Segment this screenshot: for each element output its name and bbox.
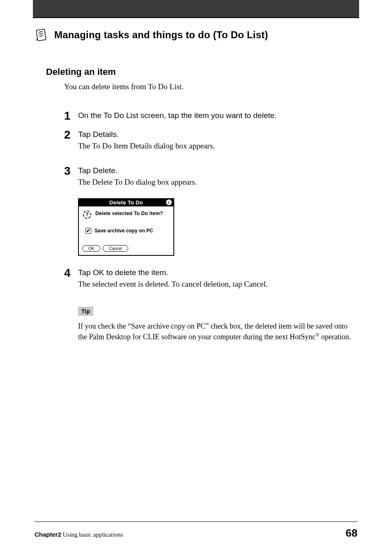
registered-mark: ® (316, 332, 319, 338)
step-description: The selected event is deleted. To cancel… (78, 280, 357, 289)
tip-text: If you check the “Save archive copy on P… (78, 321, 357, 342)
footer-row: Chapter2 Using basic applications 68 (35, 527, 357, 540)
tip-text-after: operation. (319, 333, 351, 341)
step-body: On the To Do List screen, tap the item y… (78, 111, 357, 121)
tip-box: Tip If you check the “Save archive copy … (78, 307, 357, 342)
dialog-body: ? Delete selected To Do item? ✔ Save arc… (79, 206, 173, 243)
top-banner (33, 0, 359, 17)
dialog-titlebar: Delete To Do i (79, 199, 173, 206)
page-title: Managing tasks and things to do (To Do L… (54, 29, 268, 41)
todo-list-icon (35, 28, 48, 42)
checkbox-label: Save archive copy on PC (95, 228, 153, 234)
page-footer: Chapter2 Using basic applications 68 (0, 521, 392, 540)
section-title: Deleting an item (46, 67, 357, 77)
dialog-checkbox-row[interactable]: ✔ Save archive copy on PC (85, 228, 169, 234)
page-content: Managing tasks and things to do (To Do L… (0, 18, 392, 342)
checkbox-icon[interactable]: ✔ (85, 228, 91, 234)
step-body: Tap OK to delete the item. The selected … (78, 268, 357, 296)
delete-todo-dialog: Delete To Do i ? Delete selected To Do i… (78, 198, 174, 256)
step-4: 4 Tap OK to delete the item. The selecte… (64, 268, 357, 296)
step-1: 1 On the To Do List screen, tap the item… (64, 111, 357, 122)
info-icon[interactable]: i (166, 199, 172, 205)
dialog-title: Delete To Do (109, 199, 143, 206)
step-description: The To Do Item Details dialog box appear… (78, 141, 357, 151)
section-intro: You can delete items from To Do List. (64, 82, 357, 91)
footer-rule (35, 521, 357, 522)
step-2: 2 Tap Details. The To Do Item Details di… (64, 130, 357, 158)
step-3: 3 Tap Delete. The Delete To Do dialog bo… (64, 166, 357, 194)
step-number: 2 (64, 129, 78, 141)
page-number: 68 (346, 527, 357, 540)
tip-label: Tip (78, 307, 93, 316)
dialog-buttons: OK Cancel (79, 243, 173, 255)
dialog-message: Delete selected To Do item? (95, 211, 163, 217)
footer-left: Chapter2 Using basic applications (35, 531, 123, 538)
step-instruction: Tap Details. (78, 130, 357, 139)
step-instruction: Tap Delete. (78, 166, 357, 175)
step-number: 1 (64, 110, 78, 122)
chapter-text: Using basic applications (61, 531, 123, 538)
tip-text-before: If you check the “Save archive copy on P… (78, 322, 348, 341)
cancel-button[interactable]: Cancel (103, 245, 128, 252)
step-description: The Delete To Do dialog box appears. (78, 178, 357, 187)
step-number: 4 (64, 267, 78, 279)
step-instruction: On the To Do List screen, tap the item y… (78, 111, 357, 120)
chapter-label: Chapter2 (35, 531, 61, 538)
step-body: Tap Details. The To Do Item Details dial… (78, 130, 357, 158)
step-instruction: Tap OK to delete the item. (78, 268, 357, 277)
ok-button[interactable]: OK (82, 245, 100, 252)
dialog-message-row: ? Delete selected To Do item? (83, 211, 169, 219)
title-row: Managing tasks and things to do (To Do L… (35, 28, 357, 42)
step-body: Tap Delete. The Delete To Do dialog box … (78, 166, 357, 194)
question-icon: ? (83, 211, 91, 219)
step-number: 3 (64, 165, 78, 177)
